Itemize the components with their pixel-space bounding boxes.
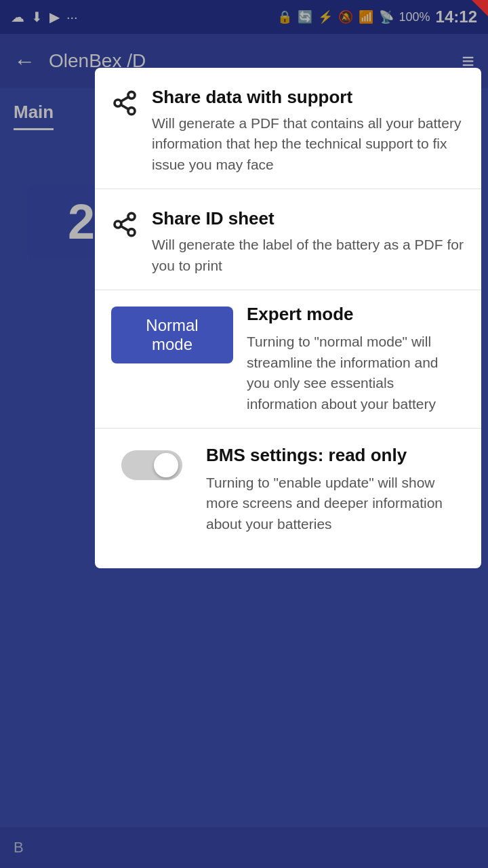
- expert-mode-desc: Turning to "normal mode" will streamline…: [247, 332, 465, 414]
- expert-mode-item: Normal mode Expert mode Turning to "norm…: [95, 290, 481, 429]
- svg-line-9: [121, 218, 128, 223]
- expert-mode-text: Expert mode Turning to "normal mode" wil…: [247, 304, 465, 414]
- bms-settings-text: BMS settings: read only Turning to "enab…: [206, 445, 465, 534]
- modal-sheet: Share data with support Will generate a …: [95, 68, 481, 568]
- bms-settings-desc: Turning to "enable update" will show mor…: [206, 473, 465, 534]
- svg-line-8: [121, 226, 128, 231]
- svg-line-4: [121, 97, 128, 102]
- share-data-title: Share data with support: [152, 87, 465, 108]
- bms-toggle-area[interactable]: [111, 445, 192, 480]
- share-id-icon: [111, 211, 138, 244]
- expert-mode-button-area[interactable]: Normal mode: [111, 304, 233, 363]
- share-id-item[interactable]: Share ID sheet Will generate the label o…: [95, 189, 481, 290]
- toggle-thumb: [154, 453, 178, 477]
- share-id-title: Share ID sheet: [152, 208, 465, 229]
- share-data-text: Share data with support Will generate a …: [152, 87, 465, 175]
- bms-settings-title: BMS settings: read only: [206, 445, 465, 466]
- share-data-icon: [111, 90, 138, 123]
- expert-mode-title: Expert mode: [247, 304, 465, 325]
- share-data-desc: Will generate a PDF that contains all yo…: [152, 113, 465, 175]
- bms-settings-item: BMS settings: read only Turning to "enab…: [95, 429, 481, 548]
- share-id-text: Share ID sheet Will generate the label o…: [152, 208, 465, 276]
- share-id-desc: Will generate the label of the battery a…: [152, 235, 465, 276]
- svg-line-3: [121, 105, 128, 110]
- share-data-item[interactable]: Share data with support Will generate a …: [95, 68, 481, 189]
- bms-toggle[interactable]: [121, 450, 182, 480]
- normal-mode-button[interactable]: Normal mode: [111, 307, 233, 363]
